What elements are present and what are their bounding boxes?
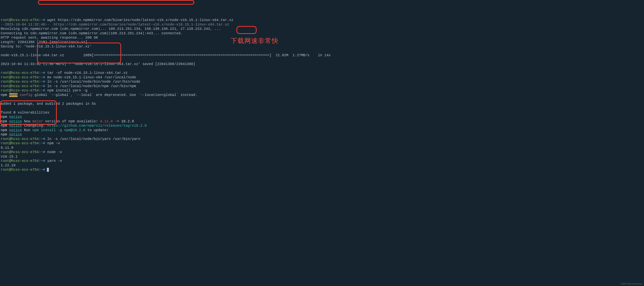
notice-label: notice — [9, 124, 22, 128]
prompt: root@hcss-ecs-e754 — [1, 76, 39, 80]
prompt: root@hcss-ecs-e754 — [1, 137, 39, 141]
npm-label: npm — [1, 93, 7, 97]
vuln-a: found — [1, 111, 14, 114]
n2a: Changelog: — [22, 124, 47, 128]
prompt-suffix: :~# — [39, 18, 45, 22]
wget-length: Length: 22041388 (21M) [application/x-xz… — [1, 40, 88, 44]
n1e: -> — [113, 120, 121, 124]
n3c: to update! — [85, 128, 108, 132]
npm-label: npm — [1, 115, 7, 119]
prompt: root@hcss-ecs-e754 — [1, 150, 39, 154]
node-version: v16.15.1 — [1, 155, 18, 159]
cmd-ln-npm: ln -s /usr/local/node/bin/npm /usr/bin/n… — [47, 84, 136, 88]
prompt: root@hcss-ecs-e754 — [1, 71, 39, 75]
notice-label: notice — [9, 115, 22, 119]
prompt-suffix: :~# — [39, 71, 45, 75]
cmd-wget: wget https://cdn.npmmirror.com/binaries/… — [47, 18, 234, 22]
prompt-suffix: :~# — [39, 137, 45, 141]
config-label: config — [20, 93, 32, 97]
notice-label: notice — [9, 120, 22, 124]
npm-added: added 1 package, and audited 2 packages … — [1, 102, 96, 106]
n1a: New — [22, 120, 32, 124]
notice-label: notice — [9, 132, 22, 136]
cmd-ln-yarn: ln -s /usr/local/node/bin/yarn /usr/bin/… — [47, 137, 140, 141]
n3a: Run — [22, 128, 32, 132]
n1c: version of npm available! — [43, 120, 100, 124]
prompt: root@hcss-ecs-e754 — [1, 84, 39, 88]
prompt-suffix: :~# — [39, 168, 45, 172]
cmd-tar: tar -xf node-v16.15.1-linux-x64.tar.xz — [47, 71, 128, 75]
cmd-npm-v: npm -v — [47, 142, 60, 145]
watermark: CSDN @wanmeijuhao — [620, 282, 642, 285]
wget-ts: --2023-10-04 11:32:48-- https://cdn.npmm… — [1, 23, 229, 26]
cursor[interactable] — [47, 168, 49, 172]
wget-http: HTTP request sent, awaiting response... … — [1, 36, 98, 40]
vuln-c: vulnerabilities — [16, 111, 49, 114]
wget-saved: 2023-10-04 11:33:02 (1.56 MB/s) - 'node-… — [1, 62, 195, 66]
notice-label: notice — [9, 128, 22, 132]
n3b: npm install -g npm@10.2.0 — [32, 128, 85, 132]
yarn-version: 1.22.19 — [1, 164, 16, 168]
vuln-count: 0 — [14, 111, 16, 114]
cmd-mv: mv node-v16.15.1-linux-x64 /usr/local/no… — [47, 76, 136, 80]
npm-label: npm — [1, 120, 7, 124]
cmd-ln-node: ln -s /usr/local/node/bin/node /usr/bin/… — [47, 80, 140, 84]
prompt: root@hcss-ecs-e754 — [1, 168, 39, 172]
wget-connect: Connecting to cdn.npmmirror.com (cdn.npm… — [1, 32, 182, 36]
warn-badge: WARN — [9, 93, 18, 97]
annotation-text: 下载网速非常快 — [231, 37, 278, 45]
prompt-suffix: :~# — [39, 142, 45, 145]
npm-label: npm — [1, 132, 7, 136]
prompt: root@hcss-ecs-e754 — [1, 159, 39, 163]
terminal-output: root@hcss-ecs-e754:~# wget https://cdn.n… — [1, 18, 643, 172]
wget-progress: node-v16.15.1-linux-x64.tar.xz 100%[====… — [1, 53, 330, 57]
prompt-suffix: :~# — [39, 84, 45, 88]
warn-msg: global `--global`, `--local` are depreca… — [32, 93, 198, 97]
n1f: 10.2.0 — [121, 120, 134, 124]
prompt-suffix: :~# — [39, 150, 45, 154]
prompt: root@hcss-ecs-e754 — [1, 142, 39, 145]
prompt-suffix: :~# — [39, 88, 45, 92]
npm-label: npm — [1, 128, 7, 132]
highlight-box-wget — [38, 0, 194, 5]
n1d: 8.11.0 — [100, 120, 113, 124]
wget-resolve: Resolving cdn.npmmirror.com (cdn.npmmirr… — [1, 27, 221, 31]
cmd-npm-install: npm install yarn -g — [47, 88, 88, 92]
wget-saving: Saving to: 'node-v16.15.1-linux-x64.tar.… — [1, 44, 92, 48]
prompt: root@hcss-ecs-e754 — [1, 88, 39, 92]
npm-label: npm — [1, 124, 7, 128]
n1b: major — [32, 120, 43, 124]
prompt: root@hcss-ecs-e754 — [1, 18, 39, 22]
prompt-suffix: :~# — [39, 159, 45, 163]
npm-version: 8.11.0 — [1, 146, 14, 150]
prompt-suffix: :~# — [39, 76, 45, 80]
prompt: root@hcss-ecs-e754 — [1, 80, 39, 84]
cmd-yarn-v: yarn -v — [47, 159, 62, 163]
cmd-node-v: node -v — [47, 150, 62, 154]
changelog-link: https://github.com/npm/cli/releases/tag/… — [47, 124, 146, 128]
prompt-suffix: :~# — [39, 80, 45, 84]
